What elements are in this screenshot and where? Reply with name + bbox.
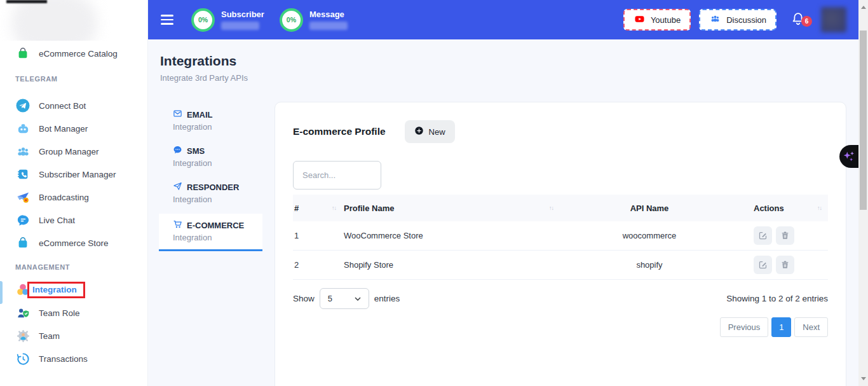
message-stat: 0% Message [280, 8, 348, 32]
message-stat-label: Message [309, 10, 348, 19]
tab-responder-integration[interactable]: RESPONDER Integration [159, 177, 262, 208]
contact-book-phone-icon [15, 167, 31, 182]
app-logo [0, 0, 147, 41]
scrollbar-thumb[interactable] [860, 31, 867, 210]
tab-subtitle: Integration [173, 122, 262, 132]
youtube-button-label: Youtube [651, 15, 681, 25]
youtube-button[interactable]: Youtube [623, 9, 691, 31]
column-header-actions[interactable]: Actions↑↓ [738, 203, 828, 213]
sidebar-item-team[interactable]: Team [0, 324, 147, 347]
subscriber-stat-value-blurred [221, 22, 259, 30]
chat-bubble-icon [15, 212, 31, 228]
sidebar-item-connect-bot[interactable]: Connect Bot [0, 94, 147, 117]
sparkles-icon [842, 149, 856, 163]
edit-button[interactable] [754, 226, 772, 245]
notification-bell[interactable]: 6 [790, 11, 807, 28]
logo-mark [6, 0, 47, 3]
sidebar-item-label: eCommerce Catalog [39, 49, 118, 59]
sidebar-item-ecommerce-store[interactable]: eCommerce Store [0, 231, 147, 254]
sidebar-item-integration[interactable]: Integration [0, 279, 147, 301]
profiles-table: #↑↓ Profile Name↑↓ API Name Actions↑↓ 1 … [293, 195, 828, 280]
sidebar-item-label: Team Role [39, 308, 80, 318]
page-1-button[interactable]: 1 [771, 317, 791, 337]
shopping-bag-green-icon [15, 46, 31, 61]
sidebar-item-live-chat[interactable]: Live Chat [0, 209, 147, 231]
column-header-profile-name[interactable]: Profile Name↑↓ [342, 203, 560, 213]
row-number: 2 [293, 260, 342, 270]
telegram-plane-icon [15, 98, 31, 113]
subscriber-stat-label: Subscriber [221, 10, 264, 19]
ecommerce-profile-panel: E-commerce Profile New #↑↓ Profile Name↑… [275, 102, 846, 386]
shopping-bag-blue-icon [15, 235, 31, 251]
shopping-cart-icon [173, 219, 182, 231]
discussion-people-icon [709, 13, 721, 26]
search-input[interactable] [293, 161, 381, 190]
gear-person-icon [15, 328, 31, 343]
sidebar-item-group-manager[interactable]: Group Manager [0, 140, 147, 163]
discussion-button-label: Discussion [726, 15, 766, 25]
profile-name: WooCommerce Store [342, 231, 560, 240]
sidebar-item-transactions[interactable]: Transactions [0, 347, 147, 370]
sidebar-item-bot-manager[interactable]: Bot Manager [0, 117, 147, 140]
sort-icon[interactable]: ↑↓ [332, 205, 336, 211]
delete-button[interactable] [776, 256, 794, 274]
sidebar-item-label: Transactions [39, 354, 88, 364]
integration-subnav: EMAIL Integration SMS Integration RESPON… [159, 105, 262, 251]
column-header-number[interactable]: #↑↓ [293, 203, 342, 213]
plus-circle-icon [414, 126, 424, 137]
page-subtitle: Integrate 3rd Party APIs [160, 73, 248, 83]
envelope-icon [173, 109, 182, 120]
trash-icon [780, 260, 790, 270]
menu-toggle-button[interactable] [158, 12, 176, 27]
sort-icon[interactable]: ↑↓ [549, 205, 553, 211]
previous-page-button[interactable]: Previous [720, 317, 769, 337]
page-size-select[interactable]: 5 [320, 288, 369, 309]
sidebar-item-label: Subscriber Manager [39, 170, 116, 179]
sidebar-section-telegram: TELEGRAM [0, 71, 147, 86]
scrollbar-down-arrow[interactable] [861, 377, 866, 380]
entries-summary: Showing 1 to 2 of 2 entries [726, 294, 828, 303]
youtube-icon [634, 14, 646, 26]
sidebar-item-label: Group Manager [39, 147, 99, 156]
assistant-fab-button[interactable] [839, 145, 858, 168]
sidebar-item-subscriber-manager[interactable]: Subscriber Manager [0, 163, 147, 186]
api-name: shopify [560, 260, 738, 270]
sidebar-item-label: Live Chat [39, 216, 75, 225]
new-button-label: New [429, 127, 445, 137]
row-number: 1 [293, 231, 342, 240]
logo-watermark [11, 0, 97, 41]
delete-button[interactable] [776, 226, 794, 245]
tab-ecommerce-integration[interactable]: E-COMMERCE Integration [159, 214, 262, 251]
sidebar: eCommerce Catalog TELEGRAM Connect Bot B… [0, 0, 148, 386]
sidebar-item-label: eCommerce Store [39, 238, 109, 248]
profile-name: Shopify Store [342, 260, 560, 270]
sidebar-item-label-integration-annotated: Integration [27, 282, 85, 298]
sidebar-item-label: Bot Manager [39, 124, 88, 134]
sidebar-item-label: Team [39, 331, 60, 341]
tab-email-integration[interactable]: EMAIL Integration [159, 105, 262, 135]
new-profile-button[interactable]: New [405, 120, 455, 143]
tab-title: RESPONDER [187, 183, 239, 192]
tab-subtitle: Integration [173, 158, 262, 168]
sidebar-item-team-role[interactable]: Team Role [0, 301, 147, 324]
entries-label: entries [374, 294, 400, 303]
scrollbar-up-arrow[interactable] [861, 6, 866, 9]
chevron-down-icon [355, 297, 361, 301]
send-plane-icon [173, 181, 182, 193]
tab-sms-integration[interactable]: SMS Integration [159, 141, 262, 172]
user-avatar[interactable] [821, 7, 846, 32]
sidebar-item-ecommerce-catalog[interactable]: eCommerce Catalog [0, 41, 147, 66]
sort-icon[interactable]: ↑↓ [817, 205, 822, 211]
top-header: 0% Subscriber 0% Message Youtube Discuss… [148, 0, 868, 39]
tab-title: E-COMMERCE [187, 221, 244, 230]
subscriber-progress-circle: 0% [191, 8, 215, 32]
sidebar-item-broadcasting[interactable]: Broadcasting [0, 186, 147, 209]
pencil-square-icon [758, 260, 768, 270]
sidebar-item-label: Broadcasting [39, 193, 89, 202]
next-page-button[interactable]: Next [794, 317, 828, 337]
api-name: woocommerce [560, 231, 738, 240]
column-header-api-name[interactable]: API Name [560, 203, 738, 213]
edit-button[interactable] [754, 256, 772, 274]
discussion-button[interactable]: Discussion [699, 9, 776, 31]
tab-subtitle: Integration [173, 195, 262, 204]
